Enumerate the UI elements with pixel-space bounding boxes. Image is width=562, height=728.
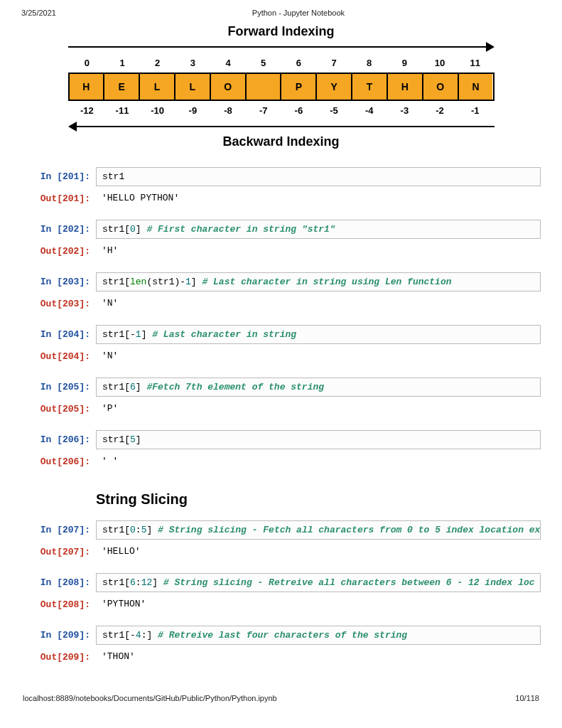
cell-out-203: Out[203]: 'N': [21, 294, 541, 312]
cell-out-205: Out[205]: 'P': [21, 400, 541, 417]
code-box[interactable]: str1[6:12] # String slicing - Retreive a…: [96, 573, 541, 592]
idx-fwd: 3: [175, 58, 211, 68]
idx-fwd: 0: [70, 58, 105, 68]
idx-fwd: 7: [316, 58, 352, 68]
code-box[interactable]: str1[0] # First character in string "str…: [96, 220, 541, 239]
out-prompt: Out[203]:: [21, 294, 96, 309]
char-cell: [247, 74, 282, 100]
idx-fwd: 9: [387, 58, 423, 68]
in-prompt: In [201]:: [21, 167, 96, 182]
out-prompt: Out[201]:: [21, 189, 96, 204]
code-comment: # String slicing - Fetch all characters …: [158, 525, 541, 535]
out-prompt: Out[202]:: [21, 242, 96, 257]
header-title: Python - Jupyter Notebook: [252, 9, 345, 17]
in-prompt: In [206]:: [21, 430, 96, 445]
idx-bwd: -8: [210, 105, 246, 116]
code-box[interactable]: str1[-4:] # Retreive last four character…: [96, 626, 541, 645]
cell-out-206: Out[206]: ' ': [21, 452, 541, 470]
cell-out-202: Out[202]: 'H': [21, 242, 541, 259]
char-cell: T: [352, 74, 388, 100]
code-comment: # Last character in string using Len fun…: [202, 277, 451, 287]
code-text: ]: [136, 382, 147, 392]
code-num: 4: [136, 630, 141, 641]
cell-out-208: Out[208]: 'PYTHON': [21, 595, 541, 613]
code-box[interactable]: str1[-1] # Last character in string: [96, 325, 541, 344]
code-text: ]: [146, 525, 158, 535]
char-cell: H: [70, 74, 105, 100]
code-text: ]: [152, 577, 163, 588]
char-cell: Y: [317, 74, 352, 100]
code-text: :]: [141, 630, 158, 641]
cell-out-204: Out[204]: 'N': [21, 347, 541, 365]
idx-fwd: 10: [422, 58, 458, 68]
code-comment: # String slicing - Retreive all characte…: [163, 577, 541, 588]
page-footer: localhost:8889/notebooks/Documents/GitHu…: [21, 694, 541, 702]
code-text: str1[: [102, 382, 130, 392]
idx-fwd: 8: [352, 58, 387, 68]
code-box[interactable]: str1[len(str1)-1] # Last character in st…: [96, 272, 541, 291]
output-text: 'P': [96, 400, 541, 417]
idx-fwd: 5: [246, 58, 281, 68]
in-prompt: In [203]:: [21, 272, 96, 287]
cell-in-204[interactable]: In [204]: str1[-1] # Last character in s…: [21, 325, 541, 344]
code-num: 0: [130, 525, 136, 535]
code-num: 12: [141, 577, 153, 588]
output-text: ' ': [96, 452, 541, 470]
char-cell: H: [388, 74, 423, 100]
code-num: 1: [185, 277, 191, 287]
cell-in-203[interactable]: In [203]: str1[len(str1)-1] # Last chara…: [21, 272, 541, 291]
forward-index-row: 0 1 2 3 4 5 6 7 8 9 10 11: [68, 58, 495, 68]
idx-fwd: 6: [281, 58, 317, 68]
output-text: 'PYTHON': [96, 595, 541, 613]
footer-url: localhost:8889/notebooks/Documents/GitHu…: [23, 694, 277, 702]
cell-in-207[interactable]: In [207]: str1[0:5] # String slicing - F…: [21, 520, 541, 540]
out-prompt: Out[209]:: [21, 648, 96, 663]
output-text: 'N': [96, 347, 541, 365]
idx-bwd: -9: [175, 105, 211, 116]
cell-out-201: Out[201]: 'HELLO PYTHON': [21, 189, 541, 207]
in-prompt: In [209]:: [21, 626, 96, 641]
idx-bwd: -7: [246, 105, 281, 116]
in-prompt: In [202]:: [21, 220, 96, 235]
idx-fwd: 2: [140, 58, 175, 68]
cell-in-205[interactable]: In [205]: str1[6] #Fetch 7th element of …: [21, 378, 541, 397]
cell-in-206[interactable]: In [206]: str1[5]: [21, 430, 541, 449]
code-comment: # First character in string "str1": [146, 224, 335, 235]
idx-fwd: 1: [104, 58, 140, 68]
char-cell: O: [423, 74, 459, 100]
idx-bwd: -6: [281, 105, 317, 116]
code-comment: # Last character in string: [152, 329, 296, 340]
cell-in-209[interactable]: In [209]: str1[-4:] # Retreive last four…: [21, 626, 541, 645]
code-num: 1: [136, 329, 141, 340]
output-text: 'HELLO PYTHON': [96, 189, 541, 207]
idx-bwd: -10: [140, 105, 175, 116]
code-box[interactable]: str1: [96, 167, 541, 186]
output-text: 'HELLO': [96, 542, 541, 560]
arrow-right-icon: [68, 42, 495, 52]
cell-in-208[interactable]: In [208]: str1[6:12] # String slicing - …: [21, 573, 541, 592]
idx-bwd: -12: [70, 105, 105, 116]
char-cell: E: [104, 74, 140, 100]
idx-bwd: -4: [352, 105, 387, 116]
cell-in-202[interactable]: In [202]: str1[0] # First character in s…: [21, 220, 541, 239]
code-box[interactable]: str1[6] #Fetch 7th element of the string: [96, 378, 541, 397]
idx-bwd: -11: [104, 105, 140, 116]
code-var: str1: [102, 171, 124, 182]
code-builtin: len: [130, 277, 146, 287]
output-text: 'N': [96, 294, 541, 312]
output-text: 'THON': [96, 648, 541, 665]
idx-fwd: 11: [458, 58, 493, 68]
code-text: str1[: [102, 224, 130, 235]
code-num: 6: [130, 577, 136, 588]
out-prompt: Out[207]:: [21, 542, 96, 557]
code-text: str1[: [102, 525, 130, 535]
code-box[interactable]: str1[0:5] # String slicing - Fetch all c…: [96, 520, 541, 540]
idx-bwd: -3: [387, 105, 423, 116]
char-cell: O: [211, 74, 247, 100]
section-heading: String Slicing: [96, 491, 541, 508]
code-box[interactable]: str1[5]: [96, 430, 541, 449]
indexing-diagram: Forward Indexing 0 1 2 3 4 5 6 7 8 9 10 …: [68, 24, 495, 149]
code-text: str1[: [102, 577, 130, 588]
code-num: 0: [130, 224, 136, 235]
cell-in-201[interactable]: In [201]: str1: [21, 167, 541, 186]
